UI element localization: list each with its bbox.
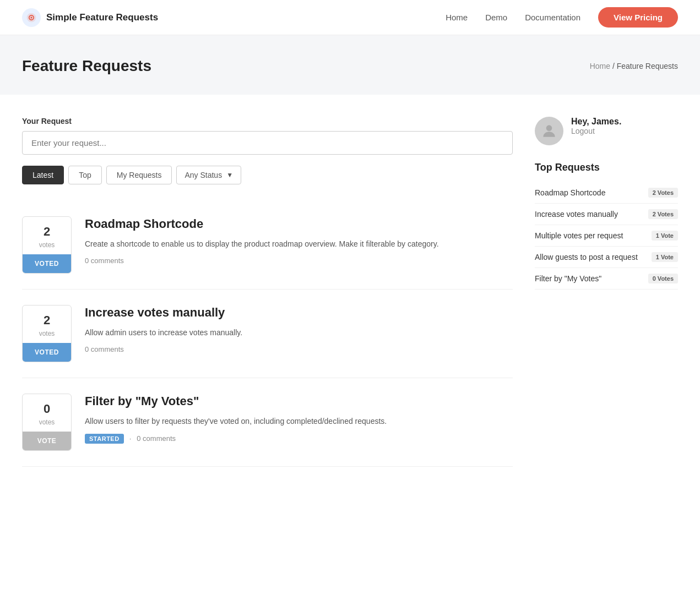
filter-my-requests[interactable]: My Requests (106, 166, 172, 184)
vote-label: votes (23, 418, 71, 432)
vote-button[interactable]: VOTED (23, 254, 71, 273)
vote-badge: 2 Votes (648, 209, 678, 219)
svg-point-2 (546, 125, 552, 131)
vote-box: 2 votes VOTED (22, 216, 72, 274)
top-request-item[interactable]: Roadmap Shortcode 2 Votes (535, 182, 678, 204)
card-meta: 0 comments (85, 345, 513, 353)
top-request-item[interactable]: Filter by "My Votes" 0 Votes (535, 268, 678, 290)
card-title: Filter by "My Votes" (85, 394, 513, 410)
breadcrumb: Home / Feature Requests (590, 62, 678, 70)
user-greeting: Hey, James. (571, 117, 621, 127)
top-request-label: Allow guests to post a request (535, 253, 638, 261)
card-meta: 0 comments (85, 257, 513, 265)
vote-button[interactable]: VOTED (23, 343, 71, 362)
feature-card: 2 votes VOTED Roadmap Shortcode Create a… (22, 201, 513, 290)
feature-cards-list: 2 votes VOTED Roadmap Shortcode Create a… (22, 201, 513, 467)
main-container: Your Request Latest Top My Requests Any … (0, 95, 700, 489)
brand-icon (22, 8, 41, 27)
vote-badge: 2 Votes (648, 188, 678, 198)
request-input[interactable] (22, 131, 513, 155)
vote-count: 0 (23, 394, 71, 418)
your-request-label: Your Request (22, 117, 513, 126)
vote-badge: 1 Vote (652, 231, 678, 241)
vote-count: 2 (23, 217, 71, 241)
card-content: Increase votes manually Allow admin user… (85, 305, 513, 362)
card-title: Roadmap Shortcode (85, 216, 513, 232)
card-meta: STARTED · 0 comments (85, 434, 513, 444)
nav-documentation[interactable]: Documentation (525, 13, 580, 22)
comment-count: 0 comments (137, 434, 176, 443)
vote-box: 2 votes VOTED (22, 305, 72, 362)
card-content: Roadmap Shortcode Create a shortcode to … (85, 216, 513, 274)
vote-box: 0 votes VOTE (22, 394, 72, 451)
feature-card: 2 votes VOTED Increase votes manually Al… (22, 290, 513, 378)
status-badge: STARTED (85, 434, 124, 444)
comment-count: 0 comments (85, 257, 124, 265)
top-request-label: Multiple votes per request (535, 231, 623, 240)
view-pricing-button[interactable]: View Pricing (598, 7, 678, 28)
top-request-label: Increase votes manually (535, 210, 618, 219)
filter-status-dropdown[interactable]: Any Status ▼ (176, 166, 241, 184)
vote-label: votes (23, 330, 71, 343)
brand-link[interactable]: Simple Feature Requests (22, 8, 158, 27)
chevron-down-icon: ▼ (226, 171, 233, 179)
card-description: Create a shortcode to enable us to displ… (85, 238, 513, 250)
left-column: Your Request Latest Top My Requests Any … (22, 117, 513, 467)
top-requests-title: Top Requests (535, 162, 678, 173)
top-request-item[interactable]: Multiple votes per request 1 Vote (535, 225, 678, 247)
navbar: Simple Feature Requests Home Demo Docume… (0, 0, 700, 35)
nav-home[interactable]: Home (446, 13, 468, 22)
top-request-item[interactable]: Allow guests to post a request 1 Vote (535, 247, 678, 268)
top-request-label: Filter by "My Votes" (535, 274, 601, 283)
vote-button[interactable]: VOTE (23, 432, 71, 450)
card-description: Allow admin users to increase votes manu… (85, 326, 513, 339)
vote-label: votes (23, 241, 71, 254)
card-content: Filter by "My Votes" Allow users to filt… (85, 394, 513, 451)
vote-badge: 0 Votes (648, 274, 678, 283)
filter-latest[interactable]: Latest (22, 166, 64, 184)
nav-demo[interactable]: Demo (485, 13, 507, 22)
page-title: Feature Requests (22, 57, 151, 75)
top-request-label: Roadmap Shortcode (535, 188, 605, 197)
brand-name: Simple Feature Requests (46, 12, 158, 23)
logout-link[interactable]: Logout (571, 127, 621, 135)
dot-separator: · (129, 434, 132, 443)
breadcrumb-home[interactable]: Home (590, 62, 610, 70)
vote-count: 2 (23, 306, 71, 330)
top-requests-list: Roadmap Shortcode 2 Votes Increase votes… (535, 182, 678, 290)
svg-point-1 (30, 17, 32, 18)
card-title: Increase votes manually (85, 305, 513, 321)
filter-bar: Latest Top My Requests Any Status ▼ (22, 166, 513, 184)
nav-links: Home Demo Documentation View Pricing (446, 7, 678, 28)
vote-badge: 1 Vote (652, 252, 678, 262)
top-request-item[interactable]: Increase votes manually 2 Votes (535, 204, 678, 225)
avatar (535, 117, 563, 145)
user-info: Hey, James. Logout (571, 117, 621, 135)
right-column: Hey, James. Logout Top Requests Roadmap … (535, 117, 678, 467)
hero-banner: Feature Requests Home / Feature Requests (0, 35, 700, 95)
user-card: Hey, James. Logout (535, 117, 678, 145)
filter-top[interactable]: Top (68, 166, 102, 184)
feature-card: 0 votes VOTE Filter by "My Votes" Allow … (22, 378, 513, 467)
card-description: Allow users to filter by requests they'v… (85, 415, 513, 427)
breadcrumb-current: Feature Requests (617, 62, 678, 70)
status-filter-label: Any Status (185, 171, 222, 179)
comment-count: 0 comments (85, 345, 124, 353)
